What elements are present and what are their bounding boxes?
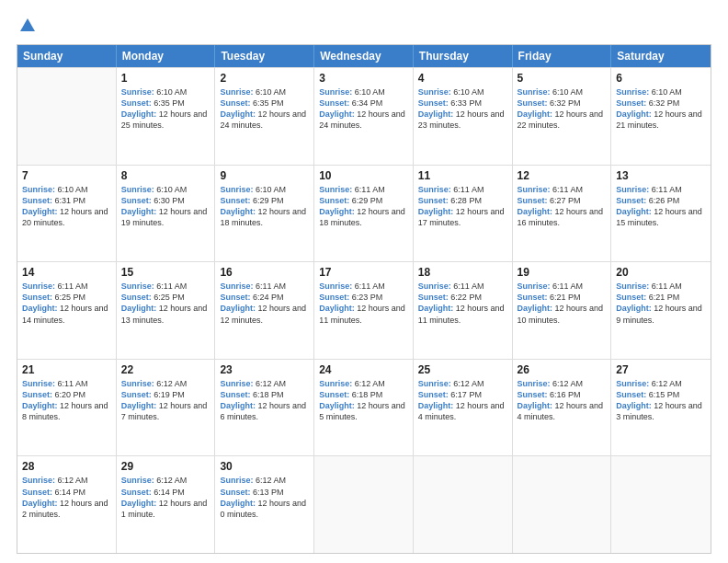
cell-info: Sunrise: 6:11 AMSunset: 6:28 PMDaylight:…	[418, 184, 507, 229]
calendar-cell: 19Sunrise: 6:11 AMSunset: 6:21 PMDayligh…	[513, 262, 612, 359]
cell-info: Sunrise: 6:10 AMSunset: 6:34 PMDaylight:…	[319, 86, 408, 132]
calendar-row-4: 28Sunrise: 6:12 AMSunset: 6:14 PMDayligh…	[17, 455, 711, 553]
calendar-cell	[611, 456, 711, 553]
calendar-cell: 28Sunrise: 6:12 AMSunset: 6:14 PMDayligh…	[17, 456, 117, 553]
cell-info: Sunrise: 6:10 AMSunset: 6:31 PMDaylight:…	[22, 184, 111, 229]
calendar-cell: 2Sunrise: 6:10 AMSunset: 6:35 PMDaylight…	[215, 68, 314, 165]
day-number: 25	[418, 363, 507, 376]
cell-info: Sunrise: 6:11 AMSunset: 6:25 PMDaylight:…	[121, 281, 210, 326]
cell-info: Sunrise: 6:11 AMSunset: 6:24 PMDaylight:…	[220, 281, 309, 326]
day-number: 18	[418, 266, 507, 279]
cell-info: Sunrise: 6:10 AMSunset: 6:33 PMDaylight:…	[418, 86, 507, 132]
calendar-cell: 8Sunrise: 6:10 AMSunset: 6:30 PMDaylight…	[117, 166, 216, 262]
cell-info: Sunrise: 6:12 AMSunset: 6:14 PMDaylight:…	[22, 475, 111, 520]
cell-info: Sunrise: 6:10 AMSunset: 6:35 PMDaylight:…	[220, 86, 309, 132]
cell-info: Sunrise: 6:10 AMSunset: 6:30 PMDaylight:…	[121, 184, 210, 229]
calendar-cell: 25Sunrise: 6:12 AMSunset: 6:17 PMDayligh…	[414, 360, 513, 456]
day-number: 4	[418, 72, 507, 85]
logo	[17, 17, 37, 35]
day-number: 20	[616, 266, 706, 279]
day-number: 2	[220, 72, 309, 85]
day-number: 14	[22, 266, 111, 279]
day-header-saturday: Saturday	[611, 45, 711, 67]
cell-info: Sunrise: 6:12 AMSunset: 6:18 PMDaylight:…	[220, 378, 309, 423]
calendar-cell: 14Sunrise: 6:11 AMSunset: 6:25 PMDayligh…	[17, 262, 117, 359]
calendar-cell: 10Sunrise: 6:11 AMSunset: 6:29 PMDayligh…	[314, 166, 414, 262]
day-number: 21	[22, 363, 111, 376]
calendar-cell: 24Sunrise: 6:12 AMSunset: 6:18 PMDayligh…	[314, 360, 414, 456]
day-number: 9	[220, 169, 309, 182]
cell-info: Sunrise: 6:11 AMSunset: 6:26 PMDaylight:…	[616, 184, 706, 229]
calendar-header-row: SundayMondayTuesdayWednesdayThursdayFrid…	[17, 45, 711, 67]
cell-info: Sunrise: 6:11 AMSunset: 6:25 PMDaylight:…	[22, 281, 111, 326]
svg-marker-0	[20, 18, 35, 31]
calendar-body: 1Sunrise: 6:10 AMSunset: 6:35 PMDaylight…	[17, 67, 711, 553]
calendar-cell: 12Sunrise: 6:11 AMSunset: 6:27 PMDayligh…	[513, 166, 612, 262]
cell-info: Sunrise: 6:11 AMSunset: 6:20 PMDaylight:…	[22, 378, 111, 423]
day-header-friday: Friday	[513, 45, 612, 67]
day-number: 19	[518, 266, 607, 279]
calendar-cell: 29Sunrise: 6:12 AMSunset: 6:14 PMDayligh…	[117, 456, 216, 553]
day-number: 6	[616, 72, 706, 85]
calendar-cell: 18Sunrise: 6:11 AMSunset: 6:22 PMDayligh…	[414, 262, 513, 359]
day-header-wednesday: Wednesday	[314, 45, 414, 67]
cell-info: Sunrise: 6:10 AMSunset: 6:29 PMDaylight:…	[220, 184, 309, 229]
calendar-row-3: 21Sunrise: 6:11 AMSunset: 6:20 PMDayligh…	[17, 359, 711, 456]
calendar-cell	[513, 456, 612, 553]
day-header-monday: Monday	[117, 45, 216, 67]
cell-info: Sunrise: 6:12 AMSunset: 6:16 PMDaylight:…	[518, 378, 607, 423]
cell-info: Sunrise: 6:12 AMSunset: 6:13 PMDaylight:…	[220, 475, 309, 520]
calendar-cell	[17, 68, 117, 165]
cell-info: Sunrise: 6:12 AMSunset: 6:17 PMDaylight:…	[418, 378, 507, 423]
day-number: 26	[518, 363, 607, 376]
calendar-cell: 21Sunrise: 6:11 AMSunset: 6:20 PMDayligh…	[17, 360, 117, 456]
calendar-cell: 26Sunrise: 6:12 AMSunset: 6:16 PMDayligh…	[513, 360, 612, 456]
day-number: 3	[319, 72, 408, 85]
day-header-tuesday: Tuesday	[215, 45, 314, 67]
cell-info: Sunrise: 6:12 AMSunset: 6:15 PMDaylight:…	[616, 378, 706, 423]
cell-info: Sunrise: 6:11 AMSunset: 6:23 PMDaylight:…	[319, 281, 408, 326]
day-number: 16	[220, 266, 309, 279]
cell-info: Sunrise: 6:11 AMSunset: 6:29 PMDaylight:…	[319, 184, 408, 229]
day-number: 10	[319, 169, 408, 182]
calendar: SundayMondayTuesdayWednesdayThursdayFrid…	[17, 44, 711, 554]
cell-info: Sunrise: 6:11 AMSunset: 6:21 PMDaylight:…	[616, 281, 706, 326]
day-number: 22	[121, 363, 210, 376]
day-number: 27	[616, 363, 706, 376]
calendar-row-1: 7Sunrise: 6:10 AMSunset: 6:31 PMDaylight…	[17, 165, 711, 262]
calendar-page: SundayMondayTuesdayWednesdayThursdayFrid…	[0, 0, 728, 563]
calendar-cell: 22Sunrise: 6:12 AMSunset: 6:19 PMDayligh…	[117, 360, 216, 456]
calendar-row-0: 1Sunrise: 6:10 AMSunset: 6:35 PMDaylight…	[17, 67, 711, 165]
calendar-cell: 4Sunrise: 6:10 AMSunset: 6:33 PMDaylight…	[414, 68, 513, 165]
calendar-row-2: 14Sunrise: 6:11 AMSunset: 6:25 PMDayligh…	[17, 261, 711, 359]
day-number: 12	[518, 169, 607, 182]
day-number: 8	[121, 169, 210, 182]
day-header-sunday: Sunday	[17, 45, 117, 67]
day-number: 23	[220, 363, 309, 376]
calendar-cell: 13Sunrise: 6:11 AMSunset: 6:26 PMDayligh…	[611, 166, 711, 262]
calendar-cell: 16Sunrise: 6:11 AMSunset: 6:24 PMDayligh…	[215, 262, 314, 359]
day-number: 29	[121, 460, 210, 473]
cell-info: Sunrise: 6:10 AMSunset: 6:32 PMDaylight:…	[518, 86, 607, 132]
day-number: 5	[518, 72, 607, 85]
day-number: 11	[418, 169, 507, 182]
calendar-cell: 7Sunrise: 6:10 AMSunset: 6:31 PMDaylight…	[17, 166, 117, 262]
calendar-cell	[314, 456, 414, 553]
day-number: 7	[22, 169, 111, 182]
day-number: 30	[220, 460, 309, 473]
day-number: 28	[22, 460, 111, 473]
cell-info: Sunrise: 6:12 AMSunset: 6:14 PMDaylight:…	[121, 475, 210, 520]
logo-icon	[18, 17, 37, 35]
day-number: 17	[319, 266, 408, 279]
day-number: 24	[319, 363, 408, 376]
day-number: 13	[616, 169, 706, 182]
calendar-cell: 9Sunrise: 6:10 AMSunset: 6:29 PMDaylight…	[215, 166, 314, 262]
cell-info: Sunrise: 6:12 AMSunset: 6:18 PMDaylight:…	[319, 378, 408, 423]
cell-info: Sunrise: 6:11 AMSunset: 6:21 PMDaylight:…	[518, 281, 607, 326]
calendar-cell: 3Sunrise: 6:10 AMSunset: 6:34 PMDaylight…	[314, 68, 414, 165]
calendar-cell: 23Sunrise: 6:12 AMSunset: 6:18 PMDayligh…	[215, 360, 314, 456]
cell-info: Sunrise: 6:12 AMSunset: 6:19 PMDaylight:…	[121, 378, 210, 423]
calendar-cell: 15Sunrise: 6:11 AMSunset: 6:25 PMDayligh…	[117, 262, 216, 359]
calendar-cell: 11Sunrise: 6:11 AMSunset: 6:28 PMDayligh…	[414, 166, 513, 262]
calendar-cell: 1Sunrise: 6:10 AMSunset: 6:35 PMDaylight…	[117, 68, 216, 165]
